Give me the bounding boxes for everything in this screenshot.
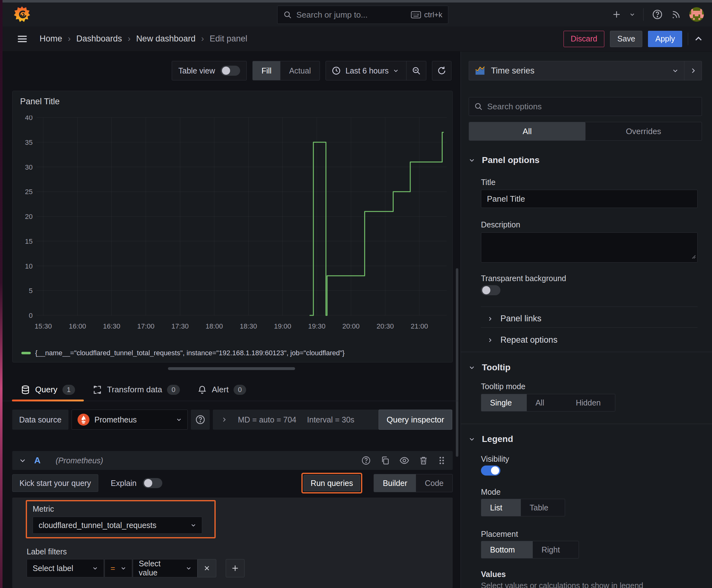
legend-list-option[interactable]: List (481, 499, 521, 516)
fill-option[interactable]: Fill (253, 61, 280, 80)
tooltip-hidden-option[interactable]: Hidden (567, 394, 615, 411)
legend-section-header[interactable]: Legend (469, 434, 513, 444)
placement-label: Placement (481, 530, 518, 539)
breadcrumb-home[interactable]: Home (40, 34, 62, 44)
add-button[interactable] (612, 10, 621, 19)
query-options-bar[interactable]: MD = auto = 704 Interval = 30s Query ins… (213, 410, 453, 430)
title-field-label: Title (481, 178, 495, 187)
tooltip-all-option[interactable]: All (527, 394, 567, 411)
options-search[interactable] (469, 97, 702, 116)
transparent-bg-label: Transparent background (481, 274, 566, 283)
description-textarea[interactable] (481, 232, 697, 262)
panel-links-label: Panel links (500, 314, 542, 323)
chevron-down-icon[interactable] (629, 12, 635, 17)
user-avatar[interactable] (689, 7, 704, 22)
description-field-label: Description (481, 220, 520, 229)
grafana-edit-panel-screen: ctrl+k Home (0, 0, 712, 588)
kick-start-button[interactable]: Kick start your query (12, 474, 98, 492)
options-search-input[interactable] (487, 102, 697, 111)
svg-text:20:30: 20:30 (376, 322, 394, 330)
panel-links-section[interactable]: Panel links (487, 314, 542, 323)
help-icon[interactable] (652, 9, 663, 20)
zoom-out-button[interactable] (406, 61, 426, 80)
remove-filter-button[interactable] (197, 559, 216, 577)
horizontal-scrollbar-thumb[interactable] (168, 367, 295, 370)
legend-visibility-toggle[interactable] (481, 465, 500, 476)
chart-svg[interactable]: 051015202530354015:3016:0016:3017:0017:3… (16, 115, 450, 335)
metric-select[interactable]: cloudflared_tunnel_total_requests (33, 517, 202, 534)
panel-title[interactable]: Panel Title (20, 97, 60, 106)
tooltip-single-option[interactable]: Single (481, 394, 527, 411)
repeat-options-section[interactable]: Repeat options (487, 335, 558, 345)
label-filters-row: Select label = Select value (27, 559, 244, 577)
tab-overrides[interactable]: Overrides (585, 122, 702, 141)
chevron-down-icon (176, 417, 182, 422)
refresh-button[interactable] (432, 61, 451, 80)
datasource-row: Data source Prometheus MD = auto = 704 I… (12, 410, 453, 430)
code-option[interactable]: Code (416, 474, 452, 492)
timeseries-icon (475, 65, 486, 76)
svg-text:25: 25 (25, 188, 33, 196)
metric-highlight: Metric cloudflared_tunnel_total_requests (26, 500, 216, 538)
svg-text:21:00: 21:00 (411, 322, 428, 330)
values-label: Values (481, 570, 506, 579)
operator-value: = (110, 564, 115, 573)
legend-series-name[interactable]: {__name__="cloudflared_tunnel_total_requ… (35, 349, 345, 357)
duplicate-icon[interactable] (381, 456, 390, 465)
visualization-name: Time series (491, 66, 535, 76)
breadcrumb-new-dashboard[interactable]: New dashboard (136, 34, 196, 44)
actual-option[interactable]: Actual (280, 61, 320, 80)
datasource-picker[interactable]: Prometheus (71, 410, 188, 430)
explain-toggle[interactable] (143, 478, 162, 488)
trash-icon[interactable] (419, 456, 428, 465)
transparent-bg-toggle[interactable] (481, 285, 500, 295)
visualization-select[interactable]: Time series (469, 65, 684, 76)
placement-right-option[interactable]: Right (533, 541, 579, 558)
hide-response-eye-icon[interactable] (399, 456, 409, 465)
discard-button[interactable]: Discard (563, 31, 605, 47)
chart-legend[interactable]: {__name__="cloudflared_tunnel_total_requ… (21, 349, 345, 357)
help-icon[interactable] (361, 456, 371, 465)
tab-alert-label: Alert (212, 385, 229, 395)
apply-button[interactable]: Apply (648, 31, 682, 47)
menu-icon[interactable] (17, 34, 28, 44)
global-search[interactable]: ctrl+k (277, 6, 448, 24)
panel-title-input[interactable] (481, 190, 697, 208)
legend-table-option[interactable]: Table (521, 499, 565, 516)
repeat-options-label: Repeat options (500, 335, 558, 345)
builder-option[interactable]: Builder (374, 474, 416, 492)
select-value-dropdown[interactable]: Select value (133, 559, 197, 577)
operator-dropdown[interactable]: = (105, 559, 132, 577)
news-rss-icon[interactable] (671, 9, 681, 19)
select-label-dropdown[interactable]: Select label (27, 559, 104, 577)
add-filter-button[interactable] (226, 559, 244, 577)
table-view-toggle[interactable] (221, 66, 240, 76)
vertical-scrollbar-thumb[interactable] (456, 268, 458, 457)
options-sidebar: Time series All Overrides Panel options (460, 51, 712, 588)
save-button[interactable]: Save (610, 31, 642, 47)
grafana-logo[interactable] (13, 6, 31, 23)
datasource-help-button[interactable] (191, 410, 210, 430)
query-inspector-button[interactable]: Query inspector (379, 410, 452, 430)
search-input[interactable] (296, 10, 407, 20)
svg-text:30: 30 (25, 163, 33, 171)
tooltip-section-header[interactable]: Tooltip (469, 362, 511, 373)
time-range-picker[interactable]: Last 6 hours (326, 61, 426, 80)
panel-options-title: Panel options (482, 155, 540, 165)
breadcrumb-dashboards[interactable]: Dashboards (76, 34, 122, 44)
tooltip-section-title: Tooltip (482, 362, 511, 373)
chevron-up-icon[interactable] (694, 34, 703, 44)
tab-query[interactable]: Query 1 (12, 378, 84, 401)
resize-handle-icon[interactable] (691, 252, 696, 261)
tab-alert[interactable]: Alert 0 (189, 378, 255, 401)
placement-bottom-option[interactable]: Bottom (481, 541, 533, 558)
panel-options-header[interactable]: Panel options (469, 155, 540, 165)
chevron-down-icon[interactable] (19, 457, 26, 464)
query-a-header[interactable]: A (Prometheus) (12, 451, 453, 470)
tab-transform-data[interactable]: Transform data 0 (84, 378, 189, 401)
run-queries-button[interactable]: Run queries (304, 475, 360, 491)
collapse-options-button[interactable] (684, 61, 702, 80)
tab-all[interactable]: All (469, 122, 585, 141)
top-nav-bar: ctrl+k (2, 2, 712, 26)
drag-handle-icon[interactable] (438, 456, 446, 465)
